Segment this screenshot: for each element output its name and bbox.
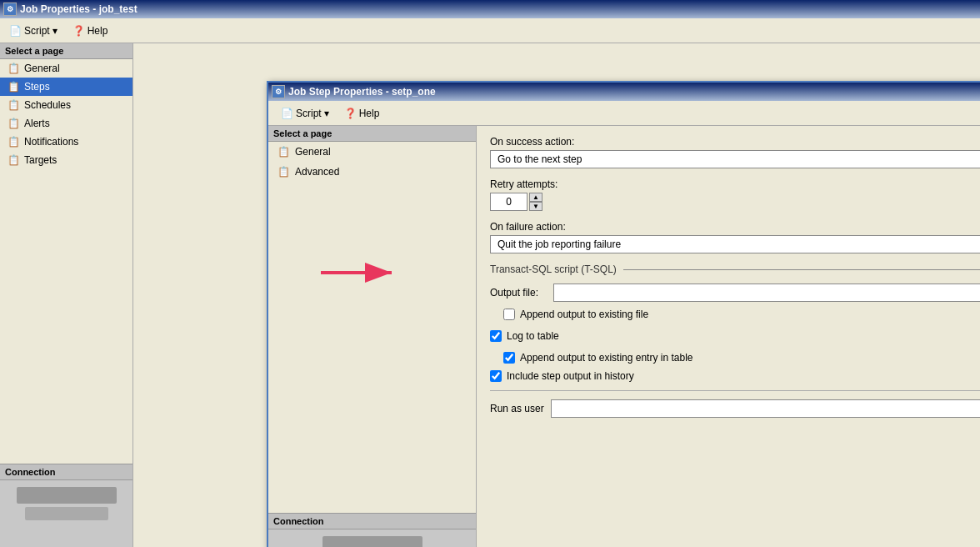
sidebar-item-alerts[interactable]: 📋 Alerts	[0, 114, 132, 133]
include-step-output-label: Include step output in history	[507, 370, 634, 382]
outer-left-sidebar: Select a page 📋 General 📋 Steps 📋 Schedu…	[0, 43, 133, 547]
retry-attempts-spinner-btns: ▲ ▼	[529, 193, 542, 211]
output-file-input[interactable]	[553, 284, 980, 302]
inner-titlebar-left: ⚙ Job Step Properties - setp_one	[272, 85, 436, 98]
outer-sidebar-section-title: Select a page	[0, 43, 132, 59]
run-as-user-label: Run as user	[490, 403, 544, 414]
inner-main-form: On success action: Go to the next step Q…	[477, 126, 980, 547]
output-file-label: Output file:	[490, 287, 548, 299]
outer-connection-title: Connection	[0, 464, 132, 480]
log-to-table-row: Log to table View	[490, 327, 980, 345]
retry-attempts-col: Retry attempts: ▲ ▼	[490, 178, 910, 211]
inner-script-button[interactable]: 📄 Script ▾	[275, 105, 335, 122]
schedules-icon: 📋	[7, 98, 20, 112]
retry-interval-col: Retry interval (minutes): ▲ ▼	[927, 178, 980, 211]
help-icon: ❓	[72, 25, 85, 37]
sidebar-item-schedules[interactable]: 📋 Schedules	[0, 96, 132, 114]
inner-toolbar: 📄 Script ▾ ❓ Help	[268, 101, 980, 126]
inner-help-button[interactable]: ❓ Help	[338, 105, 386, 122]
append-entry-label: Append output to existing entry in table	[520, 352, 692, 364]
inner-titlebar: ⚙ Job Step Properties - setp_one _ □ ✕	[268, 83, 980, 101]
outer-help-button[interactable]: ❓ Help	[67, 23, 114, 39]
retry-attempts-input[interactable]	[490, 193, 528, 211]
run-as-user-row: Run as user ...	[490, 399, 980, 418]
outer-window-title: Job Properties - job_test	[20, 3, 138, 15]
app-icon: ⚙	[3, 3, 17, 16]
retry-interval-spinner: ▲ ▼	[927, 193, 980, 211]
main-content-area: ⚙ Job Step Properties - setp_one _ □ ✕ 📄…	[133, 43, 980, 547]
inner-general-icon: 📋	[277, 145, 290, 158]
inner-connection-content	[268, 529, 476, 547]
append-output-checkbox[interactable]	[503, 309, 515, 320]
outer-script-button[interactable]: 📄 Script ▾	[3, 23, 63, 39]
run-as-user-input[interactable]	[551, 399, 980, 418]
dropdown-arrow-icon: ▾	[52, 25, 58, 37]
connection-info-blur	[17, 487, 117, 504]
notifications-icon: 📋	[7, 135, 20, 148]
inner-sidebar-item-advanced[interactable]: 📋 Advanced	[268, 162, 476, 182]
inner-help-icon: ❓	[344, 108, 357, 119]
steps-icon: 📋	[7, 80, 20, 93]
output-file-row: Output file: ... View	[490, 284, 980, 302]
on-success-label: On success action:	[490, 136, 980, 148]
inner-connection-blur	[322, 536, 422, 547]
sidebar-item-targets[interactable]: 📋 Targets	[0, 151, 132, 169]
targets-icon: 📋	[7, 153, 20, 167]
connection-info-blur2	[25, 507, 108, 520]
include-step-output-checkbox[interactable]	[490, 370, 502, 382]
append-output-label: Append output to existing file	[520, 309, 648, 320]
sidebar-item-general[interactable]: 📋 General	[0, 59, 132, 78]
sidebar-item-steps[interactable]: 📋 Steps	[0, 78, 132, 96]
inner-sidebar-item-general[interactable]: 📋 General	[268, 142, 476, 162]
on-failure-select[interactable]: Quit the job reporting failure Quit the …	[490, 235, 980, 253]
inner-dialog: ⚙ Job Step Properties - setp_one _ □ ✕ 📄…	[267, 81, 980, 547]
inner-script-icon: 📄	[281, 108, 293, 119]
inner-sidebar-section-title: Select a page	[268, 126, 476, 142]
inner-body: Select a page 📋 General 📋 Advanced Conne…	[268, 126, 980, 547]
outer-connection-section: Connection	[0, 464, 132, 547]
retry-attempts-up[interactable]: ▲	[529, 193, 542, 202]
retry-row: Retry attempts: ▲ ▼ Ret	[490, 178, 980, 211]
log-to-table-label: Log to table	[507, 330, 559, 342]
inner-left-panel: Select a page 📋 General 📋 Advanced Conne…	[268, 126, 477, 547]
on-failure-action-row: On failure action: Quit the job reportin…	[490, 221, 980, 253]
retry-interval-label: Retry interval (minutes):	[927, 178, 980, 190]
inner-dropdown-arrow-icon: ▾	[324, 108, 329, 119]
retry-attempts-down[interactable]: ▼	[529, 202, 542, 211]
on-success-select[interactable]: Go to the next step Quit the job reporti…	[490, 150, 980, 168]
sidebar-item-notifications[interactable]: 📋 Notifications	[0, 133, 132, 151]
include-step-output-row: Include step output in history	[490, 370, 980, 382]
on-failure-label: On failure action:	[490, 221, 980, 233]
append-output-checkbox-row: Append output to existing file	[490, 309, 980, 320]
retry-attempts-label: Retry attempts:	[490, 178, 910, 190]
inner-app-icon: ⚙	[272, 85, 285, 98]
retry-attempts-spinner: ▲ ▼	[490, 193, 910, 211]
log-to-table-checkbox-left: Log to table	[490, 330, 559, 342]
log-to-table-checkbox[interactable]	[490, 330, 502, 342]
script-icon: 📄	[9, 25, 22, 37]
bottom-divider	[490, 390, 980, 391]
outer-connection-content	[0, 480, 132, 547]
inner-window-title: Job Step Properties - setp_one	[288, 86, 436, 98]
inner-connection-section: Connection	[268, 513, 476, 547]
outer-window: ⚙ Job Properties - job_test 📄 Script ▾ ❓…	[0, 0, 980, 547]
on-success-action-row: On success action: Go to the next step Q…	[490, 136, 980, 168]
inner-connection-title: Connection	[268, 514, 476, 529]
alerts-icon: 📋	[7, 117, 20, 130]
append-entry-checkbox[interactable]	[503, 352, 515, 364]
append-entry-checkbox-row: Append output to existing entry in table	[490, 352, 980, 364]
tsql-section-divider: Transact-SQL script (T-SQL)	[490, 263, 980, 275]
outer-toolbar: 📄 Script ▾ ❓ Help	[0, 18, 980, 43]
inner-advanced-icon: 📋	[277, 165, 290, 178]
general-icon: 📋	[7, 62, 20, 75]
outer-titlebar: ⚙ Job Properties - job_test	[0, 0, 980, 18]
outer-body: Select a page 📋 General 📋 Steps 📋 Schedu…	[0, 43, 980, 547]
